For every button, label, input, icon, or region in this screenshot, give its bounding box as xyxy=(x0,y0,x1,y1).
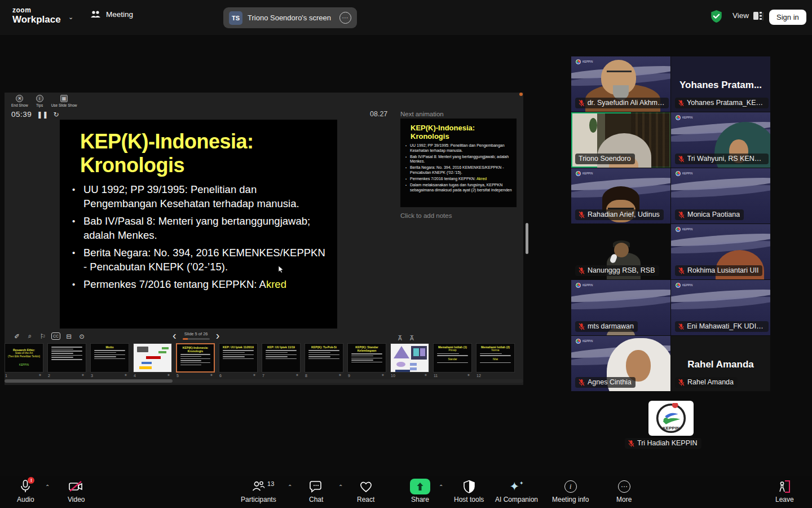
keppin-logo: KEPPIN xyxy=(656,403,686,433)
captions-icon[interactable]: CC xyxy=(51,332,60,340)
star-icon: ✶ xyxy=(253,373,256,378)
participant-tile[interactable]: KEPPIN Eni Mahawati_FK UDINUS xyxy=(671,280,770,335)
pause-timer-icon[interactable]: ❚❚ xyxy=(37,111,48,119)
chevron-down-icon[interactable]: ⌄ xyxy=(68,14,73,21)
slide-thumbnail-8[interactable]: KEP(K): Tu-Pok-Si xyxy=(304,343,343,373)
slide-thumbnail-6[interactable]: KEP: UU Iptek 11/2019 xyxy=(219,343,258,373)
view-button[interactable]: View xyxy=(732,11,762,20)
react-button[interactable]: React xyxy=(357,479,374,503)
preview-title: KEP(K)-Indonesia: Kronologis xyxy=(411,124,512,141)
thumbnail-scrollbar[interactable] xyxy=(5,379,523,383)
laser-pointer-icon[interactable]: ⚐ xyxy=(38,332,47,340)
participant-tile[interactable]: KEPPIN Tri Wahyuni, RS KENDAL xyxy=(671,112,770,168)
meeting-toolbar: ! Audio ⌃ Video 13 Participants ⌃ xyxy=(0,476,812,508)
participant-tile[interactable]: Rahel Amanda Rahel Amanda xyxy=(671,336,770,391)
use-slide-show-button[interactable]: ▦ Use Slide Show xyxy=(51,95,77,107)
more-button[interactable]: ⋯ More xyxy=(616,479,632,503)
pen-icon[interactable]: ✐ xyxy=(12,332,21,340)
participant-tile[interactable]: KEPPIN Monica Paotiana xyxy=(671,168,770,224)
slide-thumbnail-11[interactable]: Memahami Istilah (1) Prinsip Standar xyxy=(433,343,472,373)
slide-thumbnail-10[interactable] xyxy=(390,343,429,373)
keppin-background-logo: KEPPIN xyxy=(576,283,593,288)
preview-bullet: UU 1992; PP 39/1995: Penelitian dan Peng… xyxy=(405,143,512,153)
share-indicator-dot xyxy=(519,93,523,96)
notes-scrollbar[interactable] xyxy=(526,223,528,254)
video-button[interactable]: Video xyxy=(68,479,85,503)
participant-tile[interactable]: Yohanes Pratam... Yohanes Pratama_KEPPIN xyxy=(671,56,770,112)
participant-tile-active-speaker[interactable]: Triono Soendoro xyxy=(571,112,670,168)
chat-options-chevron[interactable]: ⌃ xyxy=(338,484,343,490)
black-screen-icon[interactable]: ⊟ xyxy=(64,332,73,340)
info-icon: i xyxy=(36,95,43,102)
meeting-info-button[interactable]: i Meeting info xyxy=(552,479,589,503)
chat-button[interactable]: Chat xyxy=(309,479,323,503)
slide-bullet: Permenkes 7/2016 tentang KEPPKN: Akred xyxy=(71,278,329,292)
slide-thumbnail-9[interactable]: KEP(K): Standar Kelembagaan xyxy=(347,343,386,373)
slide-thumbnail-12[interactable]: Memahami Istilah (2) Norma Nilai xyxy=(476,343,515,373)
zoom-workplace-logo[interactable]: zoom Workplace xyxy=(12,7,61,24)
participant-tile[interactable]: KEPPIN mts darmawan xyxy=(571,280,670,335)
next-animation-label: Next animation xyxy=(400,111,444,117)
slide-thumbnail-3[interactable]: Motto xyxy=(90,343,129,373)
participants-count: 13 xyxy=(267,480,274,487)
slide-thumbnail-1[interactable]: Research Ethic: State-of-the-Art (Tren E… xyxy=(5,343,43,373)
thumb-number: 12 xyxy=(476,374,481,378)
audio-button[interactable]: ! Audio xyxy=(17,479,34,503)
muted-mic-icon xyxy=(678,99,684,107)
star-icon: ✶ xyxy=(295,373,299,378)
tips-button[interactable]: i Tips xyxy=(36,95,43,107)
magnifier-icon[interactable]: ⌕ xyxy=(25,332,34,340)
muted-mic-icon xyxy=(678,379,685,386)
shared-screen-pill[interactable]: TS Triono Soendoro's screen ⋯ xyxy=(223,7,357,28)
share-button[interactable]: Share xyxy=(410,479,430,503)
previous-slide-button[interactable]: ‹ xyxy=(173,330,176,341)
muted-mic-icon xyxy=(678,323,684,330)
restart-timer-icon[interactable]: ↻ xyxy=(53,111,59,119)
more-label: More xyxy=(616,496,632,503)
leave-button[interactable]: Leave xyxy=(775,479,794,503)
next-slide-preview: KEP(K)-Indonesia: Kronologis UU 1992; PP… xyxy=(400,119,517,207)
font-size-controls[interactable]: A̅ A̅ xyxy=(398,335,417,341)
star-icon: ✶ xyxy=(338,373,342,378)
sign-in-button[interactable]: Sign in xyxy=(769,10,806,25)
use-slide-show-label: Use Slide Show xyxy=(51,103,77,107)
participant-display-name: Yohanes Pratam... xyxy=(671,80,770,91)
slide-thumbnail-4[interactable] xyxy=(133,343,172,373)
participant-tile[interactable]: KEPPIN dr. Syaefudin Ali Akhma... xyxy=(571,56,670,112)
security-shield-icon[interactable] xyxy=(710,10,723,23)
thumb-number: 3 xyxy=(91,374,93,378)
meeting-tab-label: Meeting xyxy=(106,10,133,19)
participant-tile[interactable]: Nanunggg RSB, RSB xyxy=(571,224,670,279)
next-slide-button[interactable]: › xyxy=(216,330,220,341)
end-show-button[interactable]: ✕ End Show xyxy=(11,95,28,107)
slide-bullet: Berita Negara: No. 394, 2016 KEMENKES/KE… xyxy=(71,246,329,274)
muted-mic-icon xyxy=(579,323,585,330)
participant-tile[interactable]: KEPPIN Rahadian Arief, Udinus xyxy=(571,168,670,224)
host-tools-button[interactable]: Host tools xyxy=(454,479,484,503)
share-screen-icon xyxy=(410,479,430,494)
slide-thumbnail-5-current[interactable]: KEP(K)-Indonesia: Kronologis xyxy=(176,343,215,373)
notes-placeholder[interactable]: Click to add notes xyxy=(400,212,452,219)
slide-bullet: UU 1992; PP 39/1995: Penelitian dan Peng… xyxy=(71,183,329,211)
participants-button[interactable]: 13 Participants xyxy=(241,479,276,503)
video-off-icon xyxy=(69,481,83,492)
participants-icon xyxy=(251,480,265,493)
audio-options-chevron[interactable]: ⌃ xyxy=(45,484,50,490)
end-show-label: End Show xyxy=(11,103,28,107)
tab-meeting[interactable]: Meeting xyxy=(90,10,133,19)
muted-mic-icon xyxy=(579,267,585,274)
share-options-chevron[interactable]: ⌃ xyxy=(439,484,443,490)
participant-tile[interactable]: KEPPIN Rokhima Lusiantari UII xyxy=(671,224,770,279)
host-tools-shield-icon xyxy=(463,480,475,493)
participant-tile[interactable]: KEPPIN Agnes Cinthia xyxy=(571,336,670,391)
participant-name-label: Tri Hadiah KEPPIN xyxy=(625,438,701,449)
slide-thumbnail-2[interactable] xyxy=(47,343,86,373)
logo-zoom-text: zoom xyxy=(12,7,61,14)
participant-tile[interactable]: KEPPIN xyxy=(648,401,694,436)
more-options-icon[interactable]: ⋯ xyxy=(339,12,351,24)
ai-companion-label: AI Companion xyxy=(495,496,538,503)
slide-thumbnail-7[interactable]: KEP: UU Iptek 11/19 xyxy=(262,343,301,373)
more-tools-icon[interactable]: ⊙ xyxy=(77,332,86,340)
ai-companion-button[interactable]: ✦✦ AI Companion xyxy=(495,479,538,503)
participants-options-chevron[interactable]: ⌃ xyxy=(288,484,292,490)
